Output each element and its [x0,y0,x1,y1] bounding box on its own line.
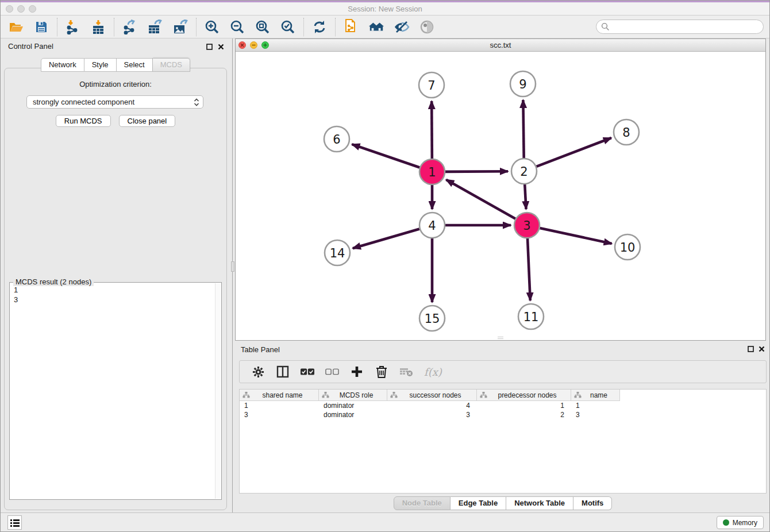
zoom-selected-icon[interactable] [280,19,296,35]
close-table-panel-icon[interactable] [757,345,765,353]
export-image-icon[interactable] [172,19,188,35]
cell-successor-nodes[interactable]: 4 [387,402,477,410]
network-window-title: scc.txt [236,39,765,51]
search-box[interactable] [596,20,764,34]
cell-shared-name[interactable]: 1 [240,402,319,410]
open-session-icon[interactable] [8,19,24,35]
refresh-layout-icon[interactable] [311,19,328,35]
network-window-titlebar[interactable]: scc.txt [236,39,765,52]
tab-network-table[interactable]: Network Table [506,496,573,510]
tab-style[interactable]: Style [84,58,117,72]
tab-network[interactable]: Network [41,58,84,72]
tab-mcds[interactable]: MCDS [153,58,190,72]
column-type-icon [480,392,487,398]
graph-node-3[interactable]: 3 [514,213,540,238]
node-table: shared nameMCDS rolesuccessor nodesprede… [239,389,767,494]
graph-node-11[interactable]: 11 [518,304,544,329]
graph-node-2[interactable]: 2 [511,159,537,184]
divider-handle[interactable] [231,261,234,272]
cell-predecessor-nodes[interactable]: 1 [477,402,571,410]
column-header-shared-name[interactable]: shared name [240,390,319,401]
cell-MCDS-role[interactable]: dominator [319,402,387,410]
task-history-button[interactable] [7,515,22,530]
show-all-houses-icon[interactable] [368,19,384,35]
graph-node-15[interactable]: 15 [419,306,445,331]
deselect-all-columns-icon[interactable] [325,365,339,379]
graph-node-8[interactable]: 8 [614,119,639,145]
graph-node-6[interactable]: 6 [324,126,349,152]
delete-column-icon[interactable] [375,365,388,379]
export-table-icon[interactable] [147,19,163,35]
graph-edge-2-3[interactable] [525,184,526,209]
svg-text:2: 2 [520,165,528,179]
graph-node-10[interactable]: 10 [615,234,640,260]
table-row[interactable]: 1dominator411 [240,401,766,410]
export-network-icon[interactable] [122,19,138,35]
hide-selected-eye-icon[interactable] [394,19,410,35]
panel-divider[interactable] [230,38,235,512]
cell-shared-name[interactable]: 3 [240,411,319,419]
tab-node-table[interactable]: Node Table [394,496,451,510]
cell-MCDS-role[interactable]: dominator [319,411,387,419]
graph-edge-1-6[interactable] [352,144,419,167]
graph-edge-2-8[interactable] [536,138,611,167]
cell-successor-nodes[interactable]: 3 [387,411,477,419]
add-column-icon[interactable] [350,365,364,379]
cell-predecessor-nodes[interactable]: 2 [477,411,571,419]
task-list-icon [10,519,20,527]
import-network-icon[interactable] [65,19,81,35]
column-header-predecessor-nodes[interactable]: predecessor nodes [477,390,571,401]
network-canvas[interactable]: 7968124314101511 [236,52,765,340]
column-header-name[interactable]: name [571,390,620,401]
graph-edge-1-2[interactable] [445,171,508,172]
import-table-icon[interactable] [90,19,106,35]
graph-node-14[interactable]: 14 [325,240,350,265]
zoom-in-icon[interactable] [204,19,220,35]
optimization-criterion-value: strongly connected component [33,98,194,106]
search-input[interactable] [612,21,763,33]
function-builder-icon[interactable]: f(x) [424,366,442,378]
mcds-panel: Optimization criterion: strongly connect… [4,68,227,510]
show-hidden-eye-icon[interactable] [419,19,435,35]
graph-edge-4-14[interactable] [353,229,419,248]
optimization-criterion-select[interactable]: strongly connected component [26,95,203,109]
graph-node-9[interactable]: 9 [510,71,536,97]
tab-edge-table[interactable]: Edge Table [451,496,506,510]
result-scrollbar[interactable] [215,283,221,499]
column-header-successor-nodes[interactable]: successor nodes [387,390,477,401]
clone-network-icon[interactable] [343,19,359,35]
mcds-result-text[interactable]: 1 3 [10,283,215,499]
table-row[interactable]: 3dominator323 [240,410,766,419]
run-mcds-button[interactable]: Run MCDS [56,115,111,127]
main-toolbar [1,16,769,38]
memory-button[interactable]: Memory [717,516,764,529]
graph-edge-2-9[interactable] [523,100,523,158]
zoom-fit-icon[interactable] [255,19,271,35]
save-session-icon[interactable] [33,19,49,35]
column-header-MCDS-role[interactable]: MCDS role [319,390,387,401]
cell-name[interactable]: 3 [571,411,620,419]
column-layout-icon[interactable] [276,365,290,379]
delete-table-icon[interactable] [399,365,413,379]
window-resize-grip[interactable] [498,337,503,339]
tab-motifs[interactable]: Motifs [573,496,612,510]
zoom-out-icon[interactable] [229,19,245,35]
graph-node-7[interactable]: 7 [419,72,444,98]
graph-edge-3-11[interactable] [528,238,530,300]
graph-edge-3-10[interactable] [540,228,611,244]
table-toolbar: f(x) [239,360,767,383]
close-panel-button[interactable]: Close panel [119,115,176,127]
float-table-panel-icon[interactable] [746,345,754,353]
graph-edge-3-1[interactable] [446,180,515,219]
graph-node-1[interactable]: 1 [419,159,445,184]
tab-select[interactable]: Select [117,58,153,72]
memory-label: Memory [733,519,757,527]
graph-node-4[interactable]: 4 [419,213,445,238]
table-header-row: shared nameMCDS rolesuccessor nodesprede… [240,390,766,401]
close-panel-icon[interactable] [217,43,225,51]
select-all-columns-icon[interactable] [301,365,314,379]
cell-name[interactable]: 1 [571,402,620,410]
float-panel-icon[interactable] [205,43,213,51]
graph-edge-1-7[interactable] [432,101,432,159]
settings-gear-icon[interactable] [251,365,265,379]
